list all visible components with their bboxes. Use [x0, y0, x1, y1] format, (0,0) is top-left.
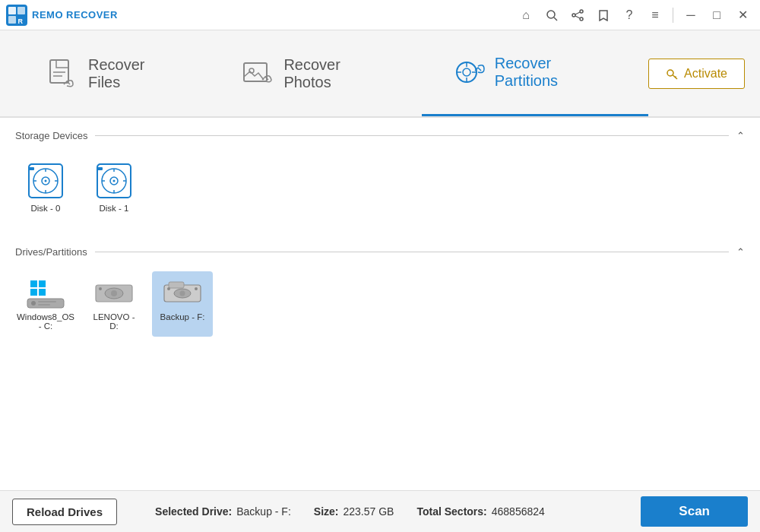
svg-point-7: [580, 10, 583, 13]
tab-recover-photos-label: Recover Photos: [283, 56, 391, 91]
section-spacer: [0, 228, 760, 234]
share-icon-button[interactable]: [566, 4, 589, 27]
key-icon: [666, 68, 678, 80]
total-sectors-label: Total Sectors:: [416, 505, 486, 518]
recover-partitions-icon: [452, 55, 486, 89]
svg-text:R: R: [18, 17, 24, 25]
app-name-label: REMO RECOVER: [32, 9, 118, 21]
selected-drive-label: Selected Drive:: [155, 505, 232, 518]
title-bar-actions: ⌂ ? ≡ ─ □ ✕: [515, 4, 754, 27]
svg-point-58: [167, 287, 170, 290]
svg-rect-41: [97, 167, 103, 170]
search-icon-button[interactable]: [540, 4, 563, 27]
svg-point-5: [547, 11, 555, 18]
recover-files-icon: [46, 57, 79, 90]
tab-recover-photos[interactable]: Recover Photos: [211, 30, 421, 116]
recover-photos-icon: [241, 57, 274, 90]
svg-line-10: [575, 16, 580, 18]
size-info: Size: 223.57 GB: [314, 505, 394, 518]
bookmark-icon-button[interactable]: [592, 4, 615, 27]
disk-1-label: Disk - 1: [100, 204, 129, 213]
svg-point-53: [99, 287, 102, 290]
storage-devices-divider: [95, 135, 729, 136]
help-icon-button[interactable]: ?: [618, 4, 641, 27]
maximize-button[interactable]: □: [705, 4, 728, 27]
drives-partitions-collapse-icon[interactable]: ⌃: [736, 246, 745, 258]
svg-rect-12: [50, 60, 68, 83]
size-label: Size:: [314, 505, 339, 518]
lenovo-d-icon: [94, 277, 134, 309]
scan-button[interactable]: Scan: [641, 496, 748, 527]
title-bar-separator: [673, 8, 673, 23]
svg-rect-55: [169, 282, 184, 288]
svg-point-8: [572, 14, 575, 17]
backup-f-label: Backup - F:: [160, 312, 205, 321]
drives-partitions-title: Drives/Partitions: [15, 246, 87, 258]
menu-icon-button[interactable]: ≡: [644, 4, 667, 27]
backup-f-icon: [163, 277, 202, 309]
lenovo-d-item[interactable]: LENOVO - D:: [84, 271, 144, 337]
storage-devices-title: Storage Devices: [15, 130, 87, 141]
svg-line-6: [554, 17, 557, 21]
app-branding: R REMO RECOVER: [6, 5, 118, 26]
svg-point-59: [195, 287, 198, 290]
svg-point-9: [580, 17, 583, 21]
title-bar: R REMO RECOVER ⌂ ? ≡ ─ □ ✕: [0, 0, 760, 30]
home-icon-button[interactable]: ⌂: [515, 4, 537, 27]
backup-f-item[interactable]: Backup - F:: [152, 271, 213, 337]
windows8-c-label: Windows8_OS - C:: [17, 312, 74, 331]
svg-point-52: [111, 290, 117, 296]
svg-point-36: [113, 180, 116, 182]
svg-point-16: [463, 68, 470, 76]
svg-rect-2: [17, 7, 25, 14]
tab-bar: Recover Files Recover Photos: [0, 30, 760, 118]
svg-point-21: [667, 70, 673, 76]
svg-rect-32: [29, 167, 34, 170]
bottom-bar: Reload Drives Selected Drive: Backup - F…: [0, 490, 760, 532]
drives-partitions-divider: [95, 252, 729, 252]
drives-partitions-header: Drives/Partitions ⌃: [15, 246, 745, 258]
svg-rect-42: [30, 280, 37, 287]
disk-0-label: Disk - 0: [31, 204, 61, 213]
app-logo-icon: R: [6, 5, 27, 26]
svg-line-23: [675, 76, 676, 78]
drives-partitions-list: Windows8_OS - C: LENOVO - D:: [15, 268, 745, 340]
svg-rect-3: [8, 16, 16, 24]
activate-label: Activate: [684, 67, 727, 81]
svg-rect-44: [30, 289, 37, 296]
disk-1-item[interactable]: Disk - 1: [84, 155, 144, 219]
drives-partitions-section: Drives/Partitions ⌃ Windows: [0, 234, 760, 346]
tab-recover-files-label: Recover Files: [88, 56, 180, 91]
svg-rect-43: [39, 280, 46, 287]
activate-button[interactable]: Activate: [648, 59, 745, 89]
lenovo-d-label: LENOVO - D:: [90, 312, 138, 331]
total-sectors-info: Total Sectors: 468856824: [416, 505, 544, 518]
windows8-c-item[interactable]: Windows8_OS - C:: [15, 271, 76, 337]
svg-rect-49: [38, 304, 50, 306]
svg-line-11: [575, 12, 580, 14]
svg-rect-45: [39, 289, 46, 296]
size-value: 223.57 GB: [344, 505, 394, 518]
main-content: Storage Devices ⌃ Disk - 0: [0, 118, 760, 490]
svg-rect-48: [38, 301, 56, 302]
bottom-info: Selected Drive: Backup - F: Size: 223.57…: [155, 505, 625, 518]
selected-drive-value: Backup - F:: [236, 505, 291, 518]
svg-rect-1: [8, 7, 16, 14]
tab-recover-files[interactable]: Recover Files: [15, 30, 211, 116]
svg-point-47: [31, 301, 36, 306]
storage-devices-list: Disk - 0 Disk - 1: [15, 152, 745, 222]
minimize-button[interactable]: ─: [679, 4, 702, 27]
tab-recover-partitions[interactable]: Recover Partitions: [422, 30, 648, 116]
windows8-c-icon: [26, 277, 65, 309]
disk-1-icon: [94, 161, 134, 201]
close-button[interactable]: ✕: [731, 4, 754, 27]
storage-devices-header: Storage Devices ⌃: [15, 130, 745, 141]
disk-0-icon: [26, 161, 65, 201]
tab-recover-partitions-label: Recover Partitions: [495, 55, 618, 90]
svg-point-27: [45, 180, 47, 182]
reload-drives-button[interactable]: Reload Drives: [12, 499, 117, 525]
storage-devices-section: Storage Devices ⌃ Disk - 0: [0, 118, 760, 228]
selected-drive-info: Selected Drive: Backup - F:: [155, 505, 291, 518]
storage-devices-collapse-icon[interactable]: ⌃: [736, 130, 745, 141]
disk-0-item[interactable]: Disk - 0: [15, 155, 76, 219]
